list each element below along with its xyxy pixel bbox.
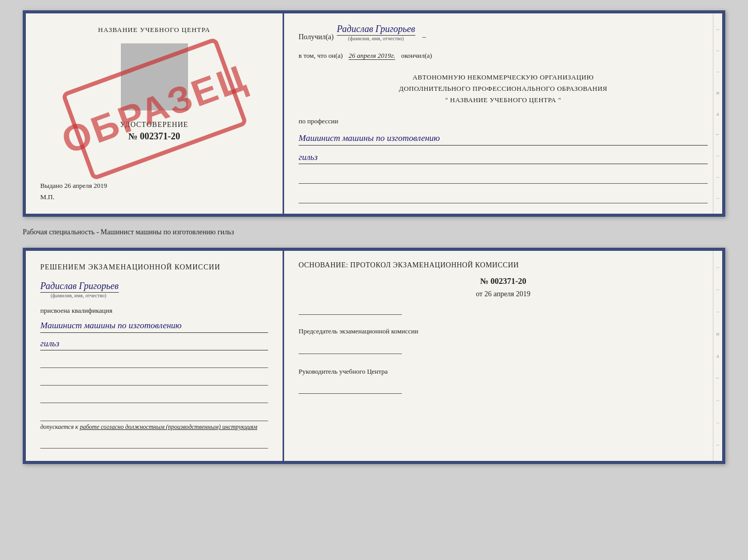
bottom-right-side-dashes: – – – и а ← – – – bbox=[713, 251, 722, 461]
top-document: НАЗВАНИЕ УЧЕБНОГО ЦЕНТРА УДОСТОВЕРЕНИЕ №… bbox=[23, 10, 725, 217]
underline2 bbox=[299, 192, 708, 203]
protocol-date: от 26 апреля 2019 bbox=[299, 290, 708, 298]
decision-title: Решением экзаменационной комиссии bbox=[40, 263, 268, 271]
right-side-dashes: – – – и а ← – – – bbox=[713, 13, 722, 214]
top-doc-right: Получил(а) Радислав Григорьев (фамилия, … bbox=[284, 13, 722, 214]
bottom-underline1 bbox=[40, 357, 268, 368]
basis-line: Основание: протокол экзаменационной коми… bbox=[299, 261, 708, 269]
bottom-document: Решением экзаменационной комиссии Радисл… bbox=[23, 248, 725, 464]
cert-title: УДОСТОВЕРЕНИЕ bbox=[40, 121, 268, 129]
bottom-doc-left: Решением экзаменационной комиссии Радисл… bbox=[26, 251, 284, 461]
allow-text: допускается к bbox=[40, 423, 80, 430]
in-that-line: в том, что он(а) 26 апреля 2019г. окончи… bbox=[299, 51, 708, 61]
org-line1: АВТОНОМНУЮ НЕКОММЕРЧЕСКУЮ ОРГАНИЗАЦИЮ bbox=[299, 72, 708, 83]
photo-placeholder bbox=[121, 43, 188, 110]
profession-handwritten2: гильз bbox=[299, 151, 708, 165]
top-doc-left: НАЗВАНИЕ УЧЕБНОГО ЦЕНТРА УДОСТОВЕРЕНИЕ №… bbox=[26, 13, 284, 214]
head-label: Руководитель учебного Центра bbox=[299, 366, 708, 377]
head-signature-line bbox=[299, 382, 402, 394]
in-that-prefix: в том, что он(а) bbox=[299, 52, 343, 59]
name-label-top: (фамилия, имя, отчество) bbox=[348, 36, 404, 41]
qualification-handwritten: Машинист машины по изготовлению bbox=[40, 319, 268, 333]
separator-label: Рабочая специальность - Машинист машины … bbox=[23, 226, 725, 238]
recipient-name: Радислав Григорьев bbox=[337, 24, 415, 36]
issued-label: Выдано bbox=[40, 182, 63, 189]
bottom-person-name: Радислав Григорьев bbox=[40, 281, 119, 293]
protocol-date-val: 26 апреля 2019 bbox=[485, 290, 531, 298]
allow-underline-text: работе согласно должностным (производств… bbox=[80, 423, 257, 430]
finished-label: окончил(а) bbox=[401, 52, 432, 59]
org-block: АВТОНОМНУЮ НЕКОММЕРЧЕСКУЮ ОРГАНИЗАЦИЮ ДО… bbox=[299, 72, 708, 106]
org-line2: ДОПОЛНИТЕЛЬНОГО ПРОФЕССИОНАЛЬНОГО ОБРАЗО… bbox=[299, 83, 708, 94]
profession-handwritten: Машинист машины по изготовлению bbox=[299, 132, 708, 146]
issued-line: Выдано 26 апреля 2019 bbox=[40, 171, 268, 190]
bottom-underline2 bbox=[40, 374, 268, 386]
school-name-top: НАЗВАНИЕ УЧЕБНОГО ЦЕНТРА bbox=[40, 26, 268, 34]
underline1 bbox=[299, 172, 708, 184]
mp-label: М.П. bbox=[40, 193, 268, 201]
bottom-name-label: (фамилия, имя, отчество) bbox=[51, 293, 106, 298]
bottom-doc-right: Основание: протокол экзаменационной коми… bbox=[284, 251, 722, 461]
completion-date: 26 апреля 2019г. bbox=[349, 52, 395, 60]
chairman-label: Председатель экзаменационной комиссии bbox=[299, 326, 708, 337]
allow-line: допускается к работе согласно должностны… bbox=[40, 421, 268, 431]
received-line: Получил(а) Радислав Григорьев (фамилия, … bbox=[299, 24, 708, 41]
bottom-underline4 bbox=[40, 437, 268, 449]
date-prefix: от bbox=[476, 290, 482, 298]
dash-separator: – bbox=[423, 33, 426, 41]
bottom-underline3 bbox=[40, 392, 268, 403]
received-prefix: Получил(а) bbox=[299, 33, 334, 41]
cert-number: № 002371-20 bbox=[40, 131, 268, 142]
profession-label: по профессии bbox=[299, 117, 708, 125]
protocol-number: № 002371-20 bbox=[299, 277, 708, 286]
org-name: " НАЗВАНИЕ УЧЕБНОГО ЦЕНТРА " bbox=[299, 94, 708, 106]
qualification-handwritten2: гильз bbox=[40, 337, 268, 351]
assigned-label: присвоена квалификация bbox=[40, 307, 268, 315]
issued-date: 26 апреля 2019 bbox=[65, 182, 107, 189]
chairman-signature-line bbox=[299, 343, 402, 354]
